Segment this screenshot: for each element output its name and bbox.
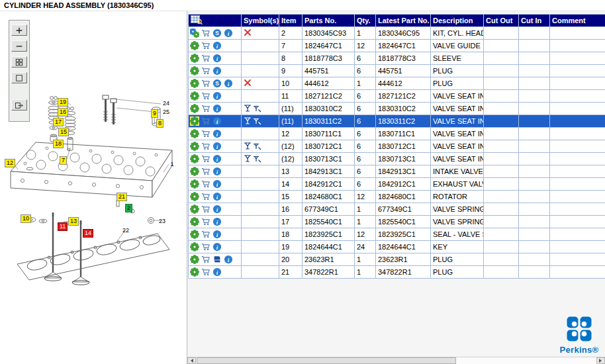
supersession-icon[interactable]: S [212,79,222,88]
config-gear-icon[interactable] [190,192,199,201]
info-icon[interactable]: i [212,217,222,226]
zoom-out-button[interactable] [11,40,27,52]
add-to-cart-icon[interactable] [201,54,210,63]
config-gear-icon[interactable] [190,167,199,176]
part-row[interactable]: i111827121C261827121C2VALVE SEAT IN [189,90,605,103]
supersession-icon[interactable]: S [212,28,222,38]
scroll-left-button[interactable] [187,357,196,364]
single-view-button[interactable] [11,72,27,83]
part-row[interactable]: i(11)1830310C261830310C2VALVE SEAT IN [189,103,605,115]
config-gear-icon[interactable] [190,142,199,151]
config-gear-icon[interactable] [190,54,199,63]
add-to-cart-icon[interactable] [201,28,210,38]
info-icon[interactable]: i [212,179,222,189]
add-to-cart-icon[interactable] [201,167,210,176]
part-row[interactable]: i21347822R11347822R1PLUG [189,266,605,279]
callout-22[interactable]: 22 [121,227,130,234]
info-icon[interactable]: i [224,79,233,88]
info-icon[interactable]: i [212,142,222,151]
part-row[interactable]: i16677349C11677349C1VALVE SPRING [189,203,605,216]
add-to-cart-icon[interactable] [201,255,210,264]
callout-11[interactable]: 11 [58,222,68,231]
info-icon[interactable]: i [212,230,222,239]
column-header-cut-in[interactable]: Cut In [519,15,550,27]
callout-23[interactable]: 23 [158,218,167,225]
column-header-comment[interactable]: Comment [550,15,605,27]
column-header-actions[interactable] [189,15,242,27]
config-gear-icon[interactable] [190,230,199,239]
info-icon[interactable]: i [212,91,222,101]
callout-21[interactable]: 21 [116,193,127,201]
callout-17[interactable]: 17 [53,118,64,126]
document-icon[interactable] [212,255,222,264]
part-row[interactable]: i141842912C161842912C1EXHAUST VALV [189,178,605,191]
add-to-cart-icon[interactable] [201,217,210,226]
callout-15[interactable]: 15 [58,128,69,136]
part-row[interactable]: Si21830345C9311830346C95KIT, CYL. HEAD [189,27,605,40]
info-icon[interactable]: i [212,192,222,201]
add-to-cart-icon[interactable] [201,104,210,113]
config-gear-icon[interactable] [190,154,199,163]
info-icon[interactable]: i [212,154,222,163]
config-gear-icon[interactable] [190,255,199,264]
config-gear-icon[interactable] [190,267,199,277]
config-gear-icon[interactable] [190,66,199,75]
part-row[interactable]: i191824644C1241824644C1KEY [189,241,605,253]
part-row[interactable]: i71824647C1121824647C1VALVE GUIDE [189,40,605,52]
add-to-cart-icon[interactable] [201,205,210,214]
info-icon[interactable]: i [212,267,222,277]
callout-2[interactable]: 2 [125,204,132,212]
zoom-in-button[interactable] [11,24,27,36]
config-gear-icon[interactable] [190,41,199,50]
part-row[interactable]: i181823925C1121823925C1SEAL - VALVE S [189,228,605,241]
add-to-cart-icon[interactable] [201,242,210,251]
part-row[interactable]: i94457516445751PLUG [189,65,605,77]
add-to-cart-icon[interactable] [201,192,210,201]
part-row[interactable]: i81818778C361818778C3SLEEVE [189,52,605,65]
add-to-cart-icon[interactable] [201,41,210,50]
export-view-button[interactable] [11,99,27,111]
add-to-cart-icon[interactable] [201,142,210,151]
callout-1[interactable]: 1 [169,161,175,168]
callout-12[interactable]: 12 [5,159,15,167]
info-icon[interactable]: i [212,104,222,113]
part-row[interactable]: Si104446121444612PLUG [189,77,605,90]
add-to-cart-icon[interactable] [201,154,210,163]
part-row[interactable]: i131842913C161842913C1INTAKE VALVE [189,165,605,178]
column-header-description[interactable]: Description [431,15,484,27]
horizontal-scrollbar[interactable] [187,357,605,364]
part-row[interactable]: i2023623R1123623R1PLUG [189,253,605,266]
scrollbar-thumb[interactable] [197,357,456,364]
callout-16[interactable]: 16 [58,108,68,116]
column-header-symbol-s[interactable]: Symbol(s) [242,15,279,27]
part-row[interactable]: i121830711C161830711C1VALVE SEAT IN [189,128,605,140]
config-gear-icon[interactable] [190,217,199,226]
callout-10[interactable]: 10 [21,214,31,223]
config-gear-icon[interactable] [190,104,199,113]
add-to-cart-icon[interactable] [201,230,210,239]
info-icon[interactable]: i [224,28,233,38]
callout-7[interactable]: 7 [60,156,67,165]
config-gear-icon[interactable] [190,116,199,126]
callout-9[interactable]: 9 [151,109,158,118]
callout-13[interactable]: 13 [68,217,79,226]
info-icon[interactable]: i [212,54,222,63]
info-icon[interactable]: i [212,242,222,251]
part-row[interactable]: i(11)1830311C261830311C2VALVE SEAT IN [189,115,605,128]
callout-14[interactable]: 14 [83,229,93,238]
part-row[interactable]: i151824680C1121824680C1ROTATOR [189,191,605,203]
config-gear-icon[interactable] [190,129,199,138]
column-header-latest-part-no[interactable]: Latest Part No. [376,15,431,27]
add-to-cart-icon[interactable] [201,267,210,277]
config-gear-icon[interactable] [190,91,199,101]
part-row[interactable]: i(12)1830712C161830712C1VALVE SEAT IN [189,140,605,153]
column-header-cut-out[interactable]: Cut Out [484,15,519,27]
callout-8[interactable]: 8 [156,119,163,128]
part-row[interactable]: i(12)1830713C161830713C1VALVE SEAT IN [189,153,605,165]
multi-view-button[interactable] [11,56,27,68]
part-row[interactable]: i171825540C111825540C1VALVE SPRING [189,216,605,228]
assembly-gears-icon[interactable] [190,28,199,38]
info-icon[interactable]: i [224,255,233,264]
callout-25[interactable]: 25 [162,109,171,116]
config-gear-icon[interactable] [190,205,199,214]
